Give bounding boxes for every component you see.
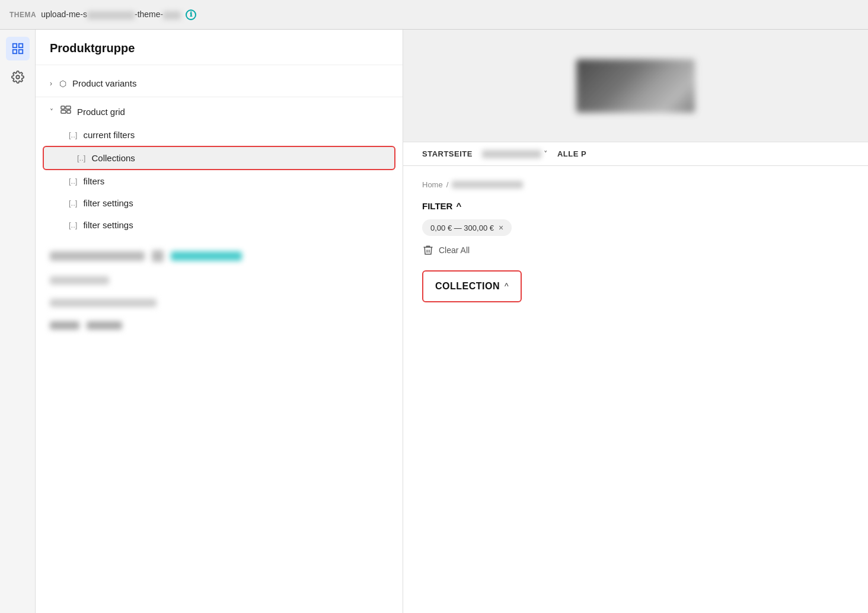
blurred-row-1 bbox=[36, 245, 403, 267]
svg-rect-0 bbox=[12, 44, 16, 47]
filter-tag-text: 0,00 € — 300,00 € bbox=[430, 224, 494, 232]
blurred-row-4 bbox=[36, 317, 403, 334]
sidebar-header: Produktgruppe bbox=[36, 30, 403, 65]
bracket-icon-2: [..] bbox=[77, 154, 85, 162]
icon-rail bbox=[0, 30, 36, 613]
expand-right-icon: › bbox=[50, 79, 52, 88]
nav-blurred bbox=[482, 150, 541, 158]
sidebar-tree: › ⬡ Product variants ˅ Product grid bbox=[36, 65, 403, 613]
clear-all-text: Clear All bbox=[439, 245, 470, 255]
bracket-icon-3: [..] bbox=[69, 177, 77, 186]
tree-item-collections[interactable]: [..] Collections bbox=[43, 146, 395, 170]
svg-rect-7 bbox=[61, 110, 66, 113]
nav-alle[interactable]: ALLE P bbox=[557, 149, 586, 158]
nav-dropdown-chevron: ˅ bbox=[544, 149, 548, 158]
sidebar: Produktgruppe › ⬡ Product variants ˅ bbox=[36, 30, 403, 613]
layout-icon[interactable] bbox=[6, 37, 30, 60]
blurred-logo bbox=[576, 59, 695, 113]
clear-all[interactable]: Clear All bbox=[422, 244, 849, 256]
collection-chevron: ^ bbox=[505, 282, 509, 291]
breadcrumb-home: Home bbox=[422, 180, 443, 189]
bracket-icon-1: [..] bbox=[69, 130, 77, 139]
filter-settings-1-label: filter settings bbox=[83, 198, 133, 208]
expand-down-icon: ˅ bbox=[50, 108, 53, 116]
breadcrumb-separator: / bbox=[446, 180, 449, 189]
svg-rect-8 bbox=[67, 110, 71, 113]
trash-icon bbox=[422, 244, 434, 256]
nav-dropdown[interactable]: ˅ bbox=[482, 149, 548, 158]
blurred-row-2 bbox=[36, 272, 403, 289]
info-icon[interactable]: ℹ bbox=[186, 9, 196, 20]
preview-header-image bbox=[403, 30, 868, 142]
svg-rect-1 bbox=[18, 44, 22, 47]
filters-label: filters bbox=[83, 176, 104, 186]
collections-label: Collections bbox=[91, 153, 135, 163]
preview-content: Home / FILTER ^ 0,00 € — 300,00 € × bbox=[403, 166, 868, 317]
svg-rect-2 bbox=[12, 50, 16, 53]
preview-inner: STARTSEITE ˅ ALLE P Home / FILTER bbox=[403, 30, 868, 613]
filter-tag-content: 0,00 € — 300,00 € × bbox=[422, 219, 512, 236]
thema-label: THEMA bbox=[9, 11, 36, 19]
svg-rect-5 bbox=[61, 106, 65, 109]
gear-icon[interactable] bbox=[6, 65, 30, 89]
cube-icon: ⬡ bbox=[59, 79, 66, 88]
sidebar-heading: Produktgruppe bbox=[50, 41, 388, 55]
theme-name: upload-me-s-theme- bbox=[41, 9, 181, 19]
breadcrumb-blurred bbox=[452, 181, 523, 189]
nav-startseite[interactable]: STARTSEITE bbox=[422, 149, 473, 158]
product-grid-label: Product grid bbox=[77, 107, 125, 117]
preview-nav: STARTSEITE ˅ ALLE P bbox=[403, 142, 868, 166]
tree-item-filter-settings-2[interactable]: [..] filter settings bbox=[36, 214, 403, 236]
filter-heading-chevron: ^ bbox=[456, 201, 461, 211]
top-bar: THEMA upload-me-s-theme- ℹ bbox=[0, 0, 868, 30]
filter-header[interactable]: FILTER ^ bbox=[422, 201, 849, 211]
grid-icon bbox=[60, 106, 71, 118]
bracket-icon-5: [..] bbox=[69, 221, 77, 229]
current-filters-label: current filters bbox=[83, 130, 135, 140]
svg-rect-6 bbox=[66, 106, 71, 109]
preview-pane: STARTSEITE ˅ ALLE P Home / FILTER bbox=[403, 30, 868, 613]
filter-settings-2-label: filter settings bbox=[83, 220, 133, 230]
breadcrumb: Home / bbox=[422, 180, 849, 189]
tree-item-filters[interactable]: [..] filters bbox=[36, 170, 403, 192]
product-variants-label: Product variants bbox=[72, 78, 136, 88]
collection-title: COLLECTION bbox=[435, 281, 500, 292]
svg-point-4 bbox=[16, 75, 20, 79]
main-layout: Produktgruppe › ⬡ Product variants ˅ bbox=[0, 30, 868, 613]
tree-item-product-variants[interactable]: › ⬡ Product variants bbox=[36, 72, 403, 94]
filter-heading-text: FILTER bbox=[422, 201, 452, 211]
divider-1 bbox=[36, 97, 403, 97]
filter-tag-close[interactable]: × bbox=[499, 223, 503, 232]
bracket-icon-4: [..] bbox=[69, 199, 77, 207]
blurred-row-3 bbox=[36, 294, 403, 312]
collection-section[interactable]: COLLECTION ^ bbox=[422, 270, 522, 302]
svg-rect-3 bbox=[18, 50, 22, 53]
tree-item-current-filters[interactable]: [..] current filters bbox=[36, 124, 403, 146]
filter-tag: 0,00 € — 300,00 € × bbox=[422, 219, 849, 244]
tree-item-product-grid[interactable]: ˅ Product grid bbox=[36, 100, 403, 124]
tree-item-filter-settings-1[interactable]: [..] filter settings bbox=[36, 192, 403, 214]
